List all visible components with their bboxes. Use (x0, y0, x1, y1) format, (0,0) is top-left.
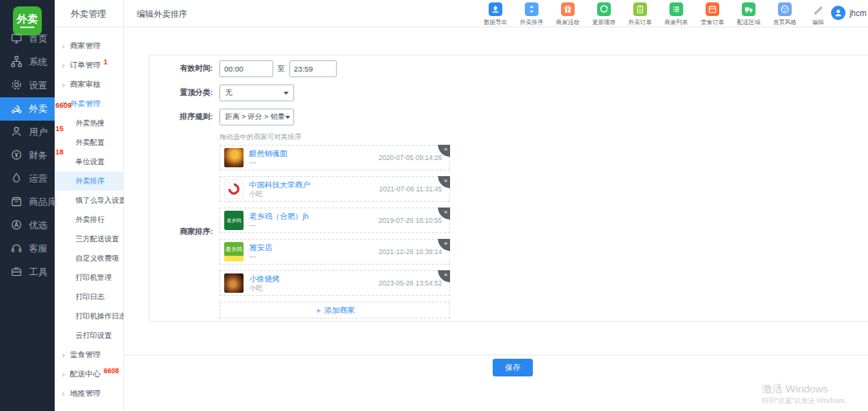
merchant-row[interactable]: 老乡鸡 老乡鸡（合肥）jh --- 2019-07-26 16:10:55 × (219, 208, 450, 233)
merchant-sort-row: 商家排序: 黯然销魂面 --- 2020-07-05 09:14:26 × (149, 145, 868, 319)
submenu-item-dine-in-management[interactable]: ›堂食管理 (55, 345, 123, 364)
chevron-right-icon: › (62, 61, 68, 70)
pencil-icon (812, 2, 825, 16)
user-menu[interactable]: jhcm (831, 6, 866, 20)
export-icon (489, 2, 502, 16)
secondary-sidebar-title: 外卖管理 (55, 0, 123, 27)
time-to-input[interactable] (289, 60, 337, 77)
username: jhcm (850, 9, 866, 18)
merchant-logo-laoxiangji: 老乡鸡 (224, 211, 244, 230)
merchant-logo-noodles (224, 148, 244, 167)
finance-count-badge: 18 (55, 148, 63, 156)
sidebar-item-tools[interactable]: 工具 (0, 261, 55, 284)
submenu-item-third-party-delivery[interactable]: 三方配送设置 (55, 229, 123, 249)
submenu-item-eleme-import-settings[interactable]: 饿了么导入设置 (55, 191, 123, 210)
merchant-name-link[interactable]: 中国科技大学商户 (249, 180, 310, 189)
sidebar-item-users[interactable]: 用户 15 (0, 121, 55, 144)
merchant-date: 2023-05-26 13:54:52 (379, 279, 442, 287)
toolbar-item-refresh-cache[interactable]: 更新缓存 (586, 2, 622, 27)
footer-divider (124, 355, 868, 356)
toolbar-item-delivery-area[interactable]: 配送区域 (731, 2, 767, 27)
sidebar-item-settings[interactable]: 设置 (0, 74, 55, 97)
monitor-icon (10, 32, 23, 46)
sidebar-item-waimai[interactable]: 外卖 6609 (0, 97, 55, 121)
merchant-date: 2020-07-05 09:14:26 (379, 154, 442, 162)
submenu-item-cloud-print-settings[interactable]: 云打印设置 (55, 326, 123, 345)
caret-down-icon (284, 92, 289, 95)
list-icon (669, 2, 683, 16)
calendar-icon (706, 2, 719, 16)
submenu-item-waimai-hot-search[interactable]: 外卖热搜 (55, 113, 123, 133)
refresh-icon (597, 2, 611, 16)
merchant-row[interactable]: 老乡鸡 雅安店 --- 2021-12-29 16:39:14 × (219, 239, 450, 265)
toolbar-item-merchant-activity[interactable]: 商家活动 (550, 2, 586, 27)
merchant-row[interactable]: 中国科技大学商户 小吃 2021-07-06 11:31:45 × (219, 176, 450, 202)
submenu-item-waimai-management[interactable]: ›外卖管理 (55, 94, 123, 113)
submenu-item-waimai-sort[interactable]: 外卖排序 (55, 171, 123, 191)
chevron-down-icon: › (60, 101, 69, 107)
merchant-name-link[interactable]: 雅安店 (249, 243, 272, 252)
main-area: 编辑外卖排序 数据导出 外卖排序 商家活动 更新缓存 (124, 0, 868, 411)
merchant-name-link[interactable]: 小徐烧烤 (249, 274, 280, 283)
top-category-select[interactable]: 无 (219, 84, 294, 101)
toolbar-item-merchant-list[interactable]: 商家列表 (658, 2, 694, 27)
box-icon (10, 195, 23, 209)
valid-time-label: 有效时间: (149, 64, 213, 74)
toolbar-item-edit[interactable]: 编辑 (803, 2, 833, 27)
time-separator: 至 (277, 64, 285, 74)
add-merchant-button[interactable]: ＋ 添加商家 (219, 302, 450, 319)
toolbar-item-data-export[interactable]: 数据导出 (477, 2, 514, 27)
sidebar-item-system[interactable]: 系统 (0, 51, 55, 74)
chevron-right-icon: › (62, 389, 68, 398)
sidebar-item-home[interactable]: 首页 (0, 27, 55, 51)
caret-down-icon (285, 116, 290, 119)
submenu-item-custom-fees[interactable]: 自定义收费项 (55, 249, 123, 268)
sidebar-item-finance[interactable]: 财务 18 (0, 144, 55, 167)
page-title: 编辑外卖排序 (137, 0, 187, 27)
merchant-logo-ustc (224, 179, 244, 199)
gift-icon (561, 2, 575, 16)
submenu-item-printer-management[interactable]: 打印机管理 (55, 268, 123, 287)
toolbar-item-waimai-sort[interactable]: 外卖排序 (514, 2, 550, 27)
clipboard-icon (633, 2, 647, 16)
submenu-item-order-management[interactable]: ›订单管理1 (55, 55, 123, 75)
submenu-item-merchant-review[interactable]: ›商家审核 (55, 75, 123, 94)
main-header: 编辑外卖排序 数据导出 外卖排序 商家活动 更新缓存 (124, 0, 868, 27)
chevron-right-icon: › (62, 80, 68, 89)
sidebar-item-customer-service[interactable]: 客服 (0, 237, 55, 261)
sort-icon (525, 2, 538, 16)
toolbar-item-home-style[interactable]: 首页风格 (767, 2, 803, 27)
merchant-date: 2021-07-06 11:31:45 (379, 185, 442, 193)
primary-sidebar: 外卖 首页 系统 设置 外卖 6609 用户 15 (0, 0, 55, 411)
submenu-item-print-logs[interactable]: 打印日志 (55, 287, 123, 306)
toolbar-item-dine-in-orders[interactable]: 堂食订单 (694, 2, 731, 27)
sidebar-item-preferred[interactable]: 优选 (0, 214, 55, 237)
merchant-name-link[interactable]: 老乡鸡（合肥）jh (249, 212, 309, 220)
sitemap-icon (10, 55, 23, 69)
merchant-name-link[interactable]: 黯然销魂面 (249, 149, 288, 158)
submenu-item-waimai-config[interactable]: 外卖配置 (55, 133, 123, 152)
app-root: 外卖 首页 系统 设置 外卖 6609 用户 15 (0, 0, 868, 411)
submenu-item-waimai-ranking[interactable]: 外卖排行 (55, 210, 123, 229)
compass-icon (10, 219, 23, 232)
merchant-category: --- (249, 253, 272, 261)
palette-icon (778, 2, 792, 16)
time-from-input[interactable] (219, 60, 273, 77)
submenu-item-unit-settings[interactable]: 单位设置 (55, 152, 123, 171)
scooter-icon (10, 102, 23, 116)
sort-rule-select[interactable]: 距离 > 评分 > 销量 (219, 109, 294, 125)
merchant-row[interactable]: 小徐烧烤 小吃 2023-05-26 13:54:52 × (219, 270, 450, 296)
sidebar-item-products[interactable]: 商品库 (0, 191, 55, 214)
submenu-item-ground-promotion[interactable]: ›地推管理 (55, 384, 123, 403)
users-count-badge: 15 (55, 125, 63, 133)
submenu-item-merchant-management[interactable]: ›商家管理 (55, 36, 123, 55)
merchant-row[interactable]: 黯然销魂面 --- 2020-07-05 09:14:26 × (219, 145, 450, 171)
toolbar-item-waimai-orders[interactable]: 外卖订单 (622, 2, 658, 27)
top-category-label: 置顶分类: (149, 88, 213, 98)
submenu-item-delivery-center[interactable]: ›配送中心6608 (55, 364, 123, 384)
sidebar-item-operations[interactable]: 运营 (0, 167, 55, 191)
truck-icon (742, 2, 755, 16)
avatar (831, 6, 845, 20)
save-button[interactable]: 保存 (493, 359, 533, 376)
submenu-item-printer-operation-logs[interactable]: 打印机操作日志 (55, 306, 123, 326)
